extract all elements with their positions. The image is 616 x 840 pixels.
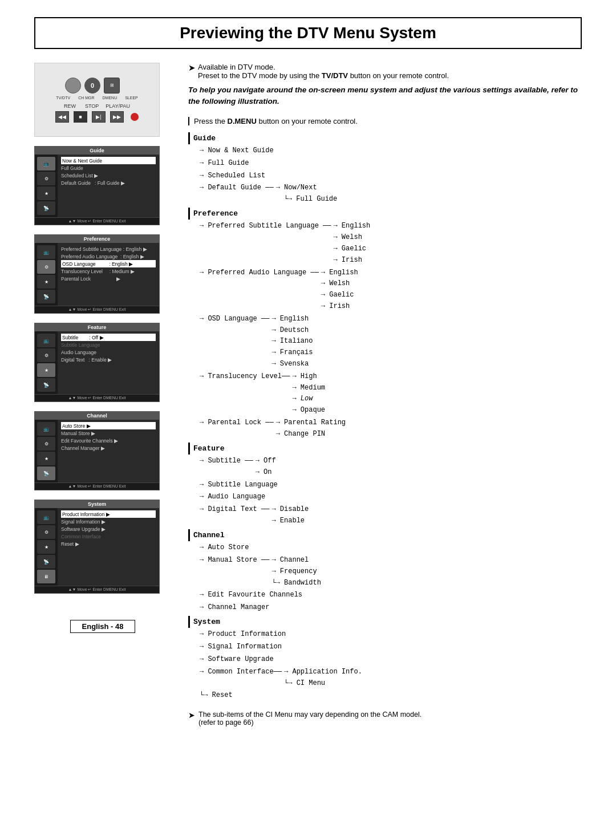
tree-pref-osd-lang: → OSD Language —— → English → Deutsch → …: [200, 314, 582, 370]
ch-manager: Channel Manager ▶: [61, 444, 156, 452]
feat-subtitle: Subtitle : Off ▶: [61, 334, 156, 341]
tree-sys-software-upgrade: → Software Upgrade: [200, 654, 582, 665]
tree-section-feature: Feature → Subtitle —— → Off → On → Subti…: [188, 443, 582, 527]
preference-screen: Preference 📺 ⚙ ★ 📡 Preferred Subtitle La…: [34, 234, 160, 314]
tree-section-pref: Preference → Preferred Subtitle Language…: [188, 208, 582, 440]
guide-icons: 📺 ⚙ ★ 📡: [35, 155, 58, 217]
pref-items: Preferred Subtitle Language : English ▶ …: [58, 243, 159, 306]
pref-osd-lang: OSD Language : English ▶: [61, 260, 156, 267]
feature-screen: Feature 📺 ⚙ ★ 📡 Subtitle : Off ▶ Subtitl…: [34, 323, 160, 402]
ci-note-text1: The sub-items of the CI Menu may vary de…: [198, 711, 422, 719]
icon-s4: 📡: [37, 555, 55, 569]
ci-note: ➤ The sub-items of the CI Menu may vary …: [188, 711, 582, 727]
tree-feat-digital-text: → Digital Text —— → Disable → Enable: [200, 504, 582, 527]
tree-channel-header: Channel: [188, 529, 582, 541]
tree-sys-product-info: → Product Information: [200, 629, 582, 640]
guide-item-full: Full Guide: [61, 164, 156, 172]
sys-signal-info: Signal Information ▶: [61, 518, 156, 525]
page-title-box: Previewing the DTV Menu System: [34, 17, 582, 49]
sys-icons: 📺 ⚙ ★ 📡 🖥: [35, 508, 58, 586]
guide-item-default: Default Guide : Full Guide ▶: [61, 179, 156, 186]
remote-nav-play: ▶|: [92, 111, 106, 123]
remote-nav-fwd: ▶▶: [110, 111, 124, 123]
remote-nav-stop: ■: [74, 111, 87, 123]
preset-text: Preset to the DTV mode by using the TV/D…: [198, 71, 449, 80]
guide-item-now: Now & Next Guide: [61, 157, 156, 164]
available-note: ➤ Available in DTV mode. Preset to the D…: [188, 63, 582, 80]
tree-feature-header: Feature: [188, 443, 582, 455]
tree-guide-default: → Default Guide —— → Now/Next └→ Full Gu…: [200, 182, 582, 205]
icon-s1: 📺: [37, 510, 55, 524]
guide-screen-title: Guide: [35, 147, 159, 155]
tree-pref-translucency: → Translucency Level—— → High → Medium →…: [200, 371, 582, 416]
icon-p1: 📺: [37, 245, 55, 259]
ci-note-text2: (refer to page 66): [198, 719, 254, 727]
icon-p3: ★: [37, 275, 55, 289]
feat-digital-text: Digital Text : Enable ▶: [61, 356, 156, 363]
tree-pref-subtitle-lang: → Preferred Subtitle Language —— → Engli…: [200, 221, 582, 266]
feat-items: Subtitle : Off ▶ Subtitle Language Audio…: [58, 331, 159, 394]
ci-note-arrow: ➤: [188, 711, 195, 720]
icon-ch: 📡: [37, 201, 55, 215]
system-screen: System 📺 ⚙ ★ 📡 🖥 Product Information ▶ S…: [34, 500, 160, 594]
sys-software-upgrade: Software Upgrade ▶: [61, 525, 156, 533]
tree-ch-manual-store: → Manual Store —— → Channel → Frequency …: [200, 555, 582, 589]
tree-pref-header: Preference: [188, 208, 582, 220]
tree-guide-header: Guide: [188, 132, 582, 144]
tree-feat-subtitle: → Subtitle —— → Off → On: [200, 456, 582, 478]
pref-subtitle-lang: Preferred Subtitle Language : English ▶: [61, 245, 156, 253]
system-screen-title: System: [35, 500, 159, 508]
ch-icons: 📺 ⚙ ★ 📡: [35, 420, 58, 482]
tree-ch-manager: → Channel Manager: [200, 602, 582, 614]
icon-c3: ★: [37, 452, 55, 465]
icon-f1: 📺: [37, 334, 55, 347]
icon-p4: 📡: [37, 290, 55, 303]
tree-feat-subtitle-lang: → Subtitle Language: [200, 480, 582, 491]
remote-control-image: 0 ⊞ TV/DTVCH MGRDMENUSLEEP REW STOP PLAY…: [34, 63, 160, 137]
feat-footer: ▲▼ Move ↵ Enter DMENU Exit: [35, 394, 159, 401]
sys-footer: ▲▼ Move ↵ Enter DMENU Exit: [35, 586, 159, 593]
ch-footer: ▲▼ Move ↵ Enter DMENU Exit: [35, 482, 159, 490]
tree-sys-signal-info: → Signal Information: [200, 642, 582, 653]
tree-system-header: System: [188, 616, 582, 628]
sys-items: Product Information ▶ Signal Information…: [58, 508, 159, 586]
ch-auto-store: Auto Store ▶: [61, 422, 156, 429]
tree-guide-full: → Full Guide: [200, 158, 582, 169]
icon-f2: ⚙: [37, 348, 55, 362]
pref-footer: ▲▼ Move ↵ Enter DMENU Exit: [35, 306, 159, 313]
remote-labels: TV/DTVCH MGRDMENUSLEEP: [56, 96, 138, 100]
remote-nav-rew: ◀◀: [55, 111, 69, 123]
remote-btn-rect1: ⊞: [104, 78, 120, 94]
pref-parental: Parental Lock ▶: [61, 275, 156, 282]
intro-text: To help you navigate around the on-scree…: [188, 84, 582, 108]
tree-sys-common-iface: → Common Interface—— → Application Info.…: [200, 667, 582, 689]
guide-items: Now & Next Guide Full Guide Scheduled Li…: [58, 155, 159, 217]
available-text: Available in DTV mode.: [198, 63, 275, 71]
icon-guide: 📺: [37, 157, 55, 171]
channel-screen-title: Channel: [35, 412, 159, 420]
icon-c1: 📺: [37, 422, 55, 436]
guide-footer: ▲▼ Move ↵ Enter DMENU Exit: [35, 217, 159, 225]
icon-c2: ⚙: [37, 437, 55, 451]
channel-screen: Channel 📺 ⚙ ★ 📡 Auto Store ▶ Manual Stor…: [34, 411, 160, 490]
tree-pref-audio-lang: → Preferred Audio Language —— → English …: [200, 267, 582, 313]
guide-item-sched: Scheduled List ▶: [61, 172, 156, 179]
tree-guide-sched: → Scheduled List: [200, 171, 582, 182]
tree-ch-auto-store: → Auto Store: [200, 542, 582, 554]
feat-icons: 📺 ⚙ ★ 📡: [35, 331, 58, 394]
page-title: Previewing the DTV Menu System: [47, 24, 569, 42]
icon-pref: ⚙: [37, 172, 55, 185]
pref-icons: 📺 ⚙ ★ 📡: [35, 243, 58, 306]
icon-s2: ⚙: [37, 525, 55, 539]
menu-tree: Guide → Now & Next Guide → Full Guide → …: [188, 132, 582, 702]
preference-screen-title: Preference: [35, 235, 159, 243]
ch-manual-store: Manual Store ▶: [61, 429, 156, 437]
ch-edit-fav: Edit Favourite Channels ▶: [61, 437, 156, 444]
sys-product-info: Product Information ▶: [61, 510, 156, 518]
bottom-bar: English - 48: [34, 620, 171, 633]
tree-ch-edit-fav: → Edit Favourite Channels: [200, 590, 582, 601]
tree-feat-audio-lang: → Audio Language: [200, 492, 582, 503]
icon-f3: ★: [37, 363, 55, 377]
remote-btn-circle2: 0: [84, 78, 100, 94]
feat-subtitle-lang: Subtitle Language: [61, 341, 156, 348]
